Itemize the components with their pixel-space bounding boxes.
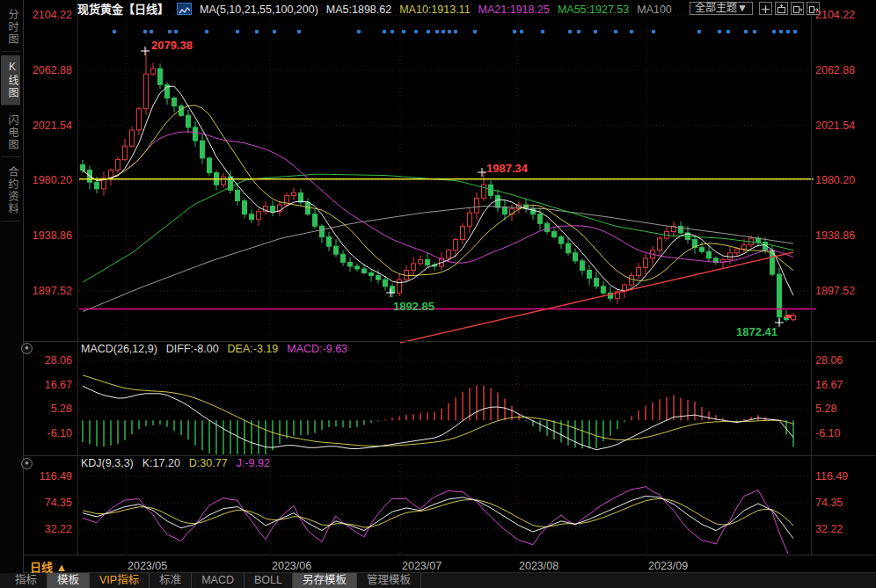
- axis-tick: 1938.86: [815, 230, 855, 242]
- axis-tick: 2021.54: [21, 120, 72, 132]
- bottom-tab-1[interactable]: 模板: [47, 573, 90, 588]
- price-annotation: 1872.41: [736, 325, 777, 338]
- ma-legend-item: MA5:1898.62: [326, 4, 391, 16]
- axis-tick: 74.35: [21, 497, 72, 509]
- price-annotation: 1892.85: [393, 300, 434, 313]
- month-label: 2023/07: [402, 560, 442, 572]
- axis-tick: 32.22: [815, 524, 843, 535]
- bottom-tab-4[interactable]: MACD: [192, 573, 245, 588]
- axis-tick: 74.35: [815, 497, 843, 509]
- axis-tick: 1897.52: [21, 286, 72, 297]
- kdj-plot: [83, 487, 793, 564]
- macd-diff-value: DIFF:-8.00: [166, 343, 219, 355]
- kdj-panel-separator: [23, 455, 876, 456]
- axis-tick: 2104.22: [21, 10, 72, 21]
- axis-tick: -6.10: [21, 428, 72, 439]
- kdj-header: KDJ(9,3,3) K:17.20 D:30.77 J:-9.92: [81, 457, 270, 469]
- axis-tick: 32.22: [21, 524, 72, 535]
- macd-title: MACD(26,12,9): [81, 343, 157, 355]
- macd-dea-value: DEA:-3.19: [228, 343, 279, 355]
- axis-tick: 16.67: [815, 380, 843, 391]
- add-pane-icon[interactable]: [775, 2, 788, 15]
- ma-legend-item: MA100: [637, 4, 672, 16]
- axis-tick: 28.06: [815, 355, 843, 367]
- axis-tick: 2104.22: [815, 10, 855, 21]
- macd-header: MACD(26,12,9) DIFF:-8.00 DEA:-3.19 MACD:…: [81, 343, 347, 355]
- pane-right-icon[interactable]: [791, 2, 804, 15]
- axis-tick: 16.67: [21, 380, 72, 391]
- bottom-tab-2[interactable]: VIP指标: [90, 573, 150, 588]
- month-label: 2023/06: [272, 560, 311, 572]
- candlesticks: [81, 48, 796, 324]
- chart-canvas[interactable]: [0, 0, 876, 588]
- theme-dropdown-button[interactable]: 全部主题▼: [690, 2, 753, 15]
- axis-tick: 116.49: [815, 471, 848, 483]
- month-label: 2023/09: [648, 560, 688, 572]
- bottom-tab-5[interactable]: BOLL: [245, 573, 293, 588]
- axis-tick: 5.28: [21, 403, 72, 415]
- xaxis-top-separator: [23, 555, 876, 555]
- ma-legend: MA(5,10,21,55,100,200)MA5:1898.62MA10:19…: [200, 1, 680, 17]
- trading-app: 分时图K线图闪电图合约资料 现货黄金【日线】 MA(5,10,21,55,100…: [0, 0, 876, 588]
- price-annotation: 1987.34: [486, 162, 528, 175]
- sidebar-item-0[interactable]: 分时图: [1, 4, 20, 52]
- axis-tick: 1980.20: [21, 175, 72, 186]
- ma-legend-item: MA21:1918.25: [478, 4, 550, 16]
- axis-tick: -6.10: [815, 428, 841, 439]
- ma-legend-item: MA10:1913.11: [399, 4, 470, 16]
- axis-tick: 2062.88: [815, 65, 855, 76]
- sidebar-item-1[interactable]: K线图: [1, 55, 20, 105]
- axis-tick: 2062.88: [21, 65, 72, 76]
- event-dots: [113, 30, 798, 34]
- macd-plot: [83, 375, 793, 460]
- kdj-j-value: J:-9.92: [237, 457, 270, 469]
- ma-legend-item: MA(5,10,21,55,100,200): [200, 4, 318, 16]
- macd-panel-toggle-icon[interactable]: ●: [21, 343, 33, 354]
- bottom-tab-6[interactable]: 另存模板: [293, 573, 357, 588]
- indicator-tabbar: 指标模板VIP指标标准MACDBOLL另存模板管理模板: [0, 573, 876, 588]
- kdj-k-value: K:17.20: [142, 457, 180, 469]
- axis-tick: 2021.54: [815, 120, 855, 132]
- axis-tick: 1938.86: [21, 230, 72, 242]
- month-label: 2023/05: [128, 560, 167, 572]
- sidebar-item-3[interactable]: 合约资料: [1, 161, 20, 221]
- symbol-title: 现货黄金【日线】: [77, 0, 169, 17]
- drawing-overlays: [79, 47, 816, 343]
- bottom-tab-0[interactable]: 指标: [5, 573, 47, 588]
- axis-tick: 116.49: [21, 471, 72, 483]
- kdj-panel-toggle-icon[interactable]: ●: [21, 458, 33, 469]
- axis-tick: 28.06: [21, 355, 72, 367]
- chart-header: 现货黄金【日线】 MA(5,10,21,55,100,200)MA5:1898.…: [77, 1, 680, 16]
- kdj-d-value: D:30.77: [189, 457, 228, 469]
- sidebar-item-2[interactable]: 闪电图: [1, 109, 20, 157]
- bottom-tab-3[interactable]: 标准: [150, 573, 192, 588]
- kline-mini-icon: [177, 3, 192, 15]
- axis-tick: 1897.52: [815, 286, 855, 297]
- price-annotation: 2079.38: [151, 39, 193, 52]
- plot-left-border: [77, 0, 78, 555]
- axis-tick: 5.28: [815, 403, 836, 415]
- gridlines: [79, 11, 810, 554]
- bottom-tab-7[interactable]: 管理模板: [357, 573, 421, 588]
- plot-right-border: [811, 0, 812, 555]
- month-label: 2023/08: [519, 560, 558, 572]
- macd-panel-separator: [23, 341, 876, 342]
- kdj-title: KDJ(9,3,3): [81, 457, 134, 469]
- axis-tick: 1980.20: [815, 175, 855, 186]
- macd-macd-value: MACD:-9.63: [287, 343, 347, 355]
- ma-legend-item: MA55:1927.53: [558, 4, 629, 16]
- chart-type-sidebar: 分时图K线图闪电图合约资料: [0, 0, 24, 573]
- crosshair-icon[interactable]: [759, 2, 772, 15]
